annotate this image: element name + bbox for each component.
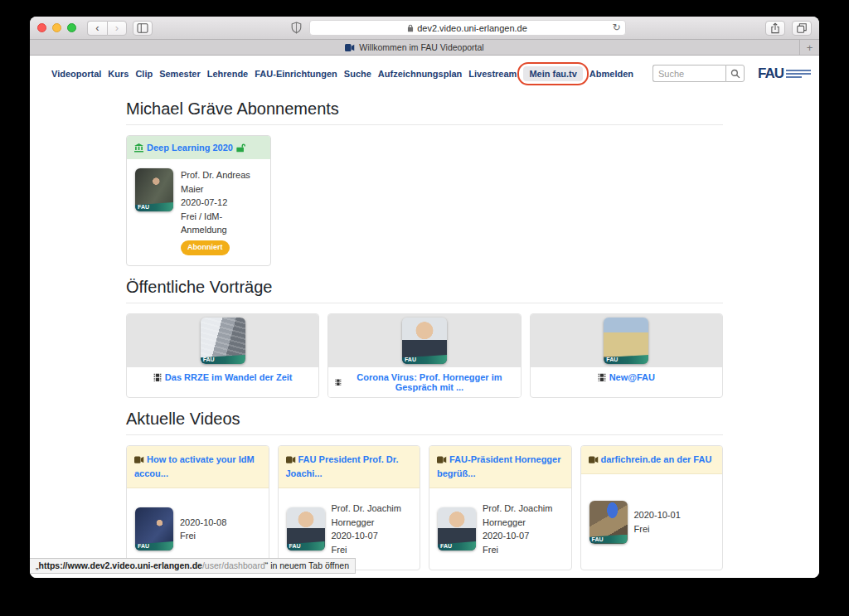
- fau-logo-wordmark-lines: [786, 70, 811, 78]
- status-url-path: /user/dashboard: [202, 560, 265, 570]
- forward-button[interactable]: ›: [107, 21, 127, 36]
- safari-window: ‹ › dev2.video.uni-erlangen.de ↻: [30, 17, 819, 578]
- sidebar-toggle-button[interactable]: [133, 21, 153, 36]
- university-icon: [134, 143, 143, 153]
- share-button[interactable]: [765, 21, 785, 36]
- video-thumbnail[interactable]: FAU: [438, 507, 476, 551]
- video-meta: Prof. Dr. Joachim Hornegger 2020-10-07 F…: [332, 502, 412, 556]
- nav-item-lehrende[interactable]: Lehrende: [207, 69, 249, 79]
- access-info: Frei / IdM-Anmeldung: [181, 210, 262, 237]
- subscription-card-body: FAU Prof. Dr. Andreas Maier 2020-07-12 F…: [127, 159, 270, 265]
- share-icon: [770, 22, 780, 34]
- video-thumbnail[interactable]: FAU: [287, 507, 325, 551]
- author-name: Prof. Dr. Joachim Hornegger: [332, 502, 412, 529]
- course-link[interactable]: Deep Learning 2020: [147, 143, 233, 153]
- nav-item-aufzeichnungsplan[interactable]: Aufzeichnungsplan: [378, 69, 462, 79]
- fau-logo[interactable]: FAU: [758, 65, 811, 82]
- video-card-header: darfichrein.de an der FAU: [581, 446, 723, 474]
- video-link[interactable]: New@FAU: [609, 372, 655, 382]
- status-url-domain: https://www.dev2.video.uni-erlangen.de: [39, 560, 202, 570]
- tab-title: Willkommen im FAU Videoportal: [359, 42, 483, 52]
- divider: [126, 434, 723, 435]
- nav-item-clip[interactable]: Clip: [135, 69, 153, 79]
- minimize-window-button[interactable]: [52, 23, 61, 32]
- tab-willkommen[interactable]: Willkommen im FAU Videoportal: [30, 40, 799, 55]
- author-name: Prof. Dr. Andreas Maier: [181, 168, 262, 196]
- close-window-button[interactable]: [37, 23, 46, 32]
- public-lecture-card: FAU Das RRZE im Wandel der Zeit: [126, 313, 319, 398]
- nav-item-livestream[interactable]: Livestream: [468, 69, 517, 79]
- video-thumbnail[interactable]: FAU: [135, 507, 173, 551]
- nav-item-semester[interactable]: Semester: [159, 69, 201, 79]
- video-thumbnail[interactable]: FAU: [604, 318, 648, 364]
- video-thumbnail[interactable]: FAU: [201, 318, 245, 364]
- video-card: FAU President Prof. Dr. Joachi... FAU Pr…: [278, 445, 421, 570]
- nav-item-kurs[interactable]: Kurs: [108, 69, 129, 79]
- video-link[interactable]: Corona Virus: Prof. Hornegger im Gespräc…: [345, 372, 514, 392]
- video-link[interactable]: FAU President Prof. Dr. Joachi...: [286, 454, 399, 478]
- new-tab-button[interactable]: +: [799, 40, 819, 55]
- search-button[interactable]: [725, 65, 745, 82]
- recent-videos-heading: Aktuelle Videos: [126, 410, 723, 429]
- fau-logo-text: FAU: [758, 65, 784, 82]
- author-name: Prof. Dr. Joachim Hornegger: [483, 502, 563, 529]
- video-card: darfichrein.de an der FAU FAU 2020-10-01…: [580, 445, 724, 570]
- fau-watermark: FAU: [402, 355, 447, 364]
- fau-watermark: FAU: [438, 541, 476, 551]
- status-suffix: “ in neuem Tab öffnen: [265, 560, 349, 570]
- video-link[interactable]: Das RRZE im Wandel der Zeit: [165, 372, 293, 382]
- nav-item-abmelden[interactable]: Abmelden: [589, 69, 633, 79]
- nav-item-suche[interactable]: Suche: [344, 69, 371, 79]
- zoom-window-button[interactable]: [67, 23, 76, 32]
- window-controls: [37, 23, 76, 32]
- video-card-header: How to activate your IdM accou...: [127, 446, 269, 488]
- video-card-header: FAU-Präsident Hornegger begrüß...: [429, 446, 571, 488]
- fau-watermark: FAU: [201, 355, 245, 364]
- privacy-shield-button[interactable]: [291, 22, 302, 34]
- video-link-row: New@FAU: [531, 367, 722, 387]
- tab-overview-button[interactable]: [792, 21, 812, 36]
- video-link[interactable]: How to activate your IdM accou...: [134, 454, 255, 478]
- film-icon: [598, 373, 606, 381]
- public-lecture-card: FAU New@FAU: [530, 313, 723, 398]
- video-thumbnail[interactable]: FAU: [402, 318, 447, 364]
- nav-item-fau-einrichtungen[interactable]: FAU-Einrichtungen: [255, 69, 337, 79]
- fau-watermark: FAU: [604, 355, 648, 364]
- nav-item-mein-fautv[interactable]: Mein fau.tv: [523, 66, 582, 81]
- access-info: Frei: [483, 543, 563, 557]
- subscription-card: Deep Learning 2020 FAU Prof. Dr. Andreas…: [126, 135, 271, 266]
- site-search: [653, 65, 745, 82]
- tabs-icon: [797, 23, 807, 33]
- video-link[interactable]: darfichrein.de an der FAU: [601, 454, 712, 464]
- search-input[interactable]: [653, 65, 725, 82]
- video-card: How to activate your IdM accou... FAU 20…: [126, 445, 269, 570]
- video-camera-icon: [437, 456, 447, 463]
- search-icon: [730, 69, 740, 79]
- thumbnail-area: FAU: [328, 314, 520, 367]
- address-bar[interactable]: dev2.video.uni-erlangen.de ↻: [309, 20, 626, 36]
- main-navigation: Videoportal Kurs Clip Semester Lehrende …: [30, 56, 819, 88]
- shield-icon: [291, 22, 302, 34]
- nav-item-videoportal[interactable]: Videoportal: [51, 69, 101, 79]
- subscriptions-heading: Michael Gräve Abonnements: [126, 99, 723, 119]
- fau-watermark: FAU: [135, 541, 173, 551]
- subscription-card-header: Deep Learning 2020: [127, 136, 270, 159]
- back-button[interactable]: ‹: [87, 21, 107, 36]
- video-camera-icon: [134, 456, 144, 463]
- video-card-body: FAU Prof. Dr. Joachim Hornegger 2020-10-…: [429, 488, 571, 570]
- status-bar: „https://www.dev2.video.uni-erlangen.de/…: [30, 558, 356, 574]
- video-thumbnail[interactable]: FAU: [589, 501, 628, 544]
- divider: [126, 124, 723, 125]
- video-link[interactable]: FAU-Präsident Hornegger begrüß...: [437, 454, 560, 478]
- video-camera-icon: [286, 456, 296, 463]
- video-card-body: FAU 2020-10-01 Frei: [581, 474, 723, 570]
- video-thumbnail[interactable]: FAU: [135, 168, 173, 211]
- video-link-row: Das RRZE im Wandel der Zeit: [127, 367, 318, 387]
- publish-date: 2020-10-01: [634, 508, 681, 522]
- public-lectures-grid: FAU Das RRZE im Wandel der Zeit FAU: [126, 313, 723, 398]
- padlock-icon: [407, 24, 414, 32]
- subscription-meta: Prof. Dr. Andreas Maier 2020-07-12 Frei …: [181, 168, 262, 255]
- open-padlock-icon: [236, 143, 245, 153]
- history-nav-buttons: ‹ ›: [87, 21, 127, 36]
- reload-button[interactable]: ↻: [612, 22, 620, 33]
